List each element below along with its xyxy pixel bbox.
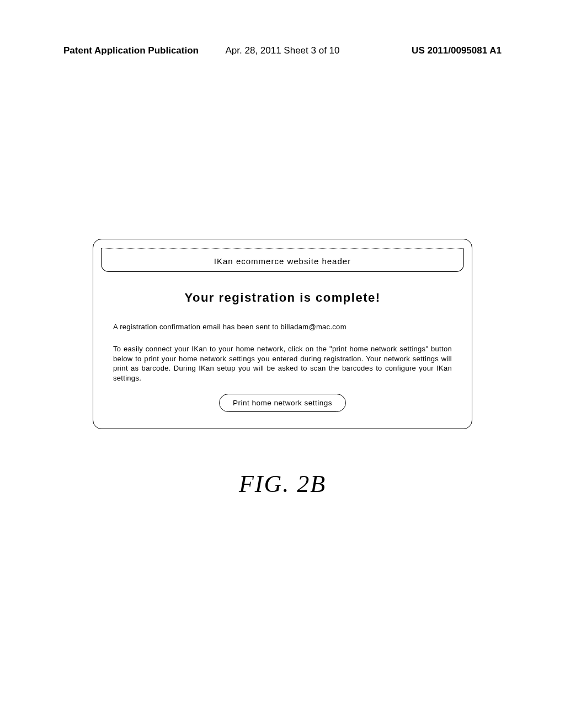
print-button-label: Print home network settings bbox=[233, 399, 332, 407]
website-header-bar: IKan ecommerce website header bbox=[101, 248, 464, 272]
confirmation-email-text: A registration confirmation email has be… bbox=[113, 323, 452, 331]
registration-complete-title: Your registration is complete! bbox=[93, 291, 472, 305]
header-left-text: Patent Application Publication bbox=[63, 45, 199, 56]
header-right-text: US 2011/0095081 A1 bbox=[412, 45, 502, 56]
registration-panel: IKan ecommerce website header Your regis… bbox=[93, 239, 472, 429]
print-home-network-settings-button[interactable]: Print home network settings bbox=[219, 394, 346, 412]
figure-label: FIG. 2B bbox=[0, 470, 565, 498]
patent-page-header: Patent Application Publication Apr. 28, … bbox=[0, 45, 565, 56]
instruction-text: To easily connect your IKan to your home… bbox=[113, 344, 452, 383]
website-header-text: IKan ecommerce website header bbox=[214, 256, 351, 266]
header-center-text: Apr. 28, 2011 Sheet 3 of 10 bbox=[226, 45, 340, 56]
